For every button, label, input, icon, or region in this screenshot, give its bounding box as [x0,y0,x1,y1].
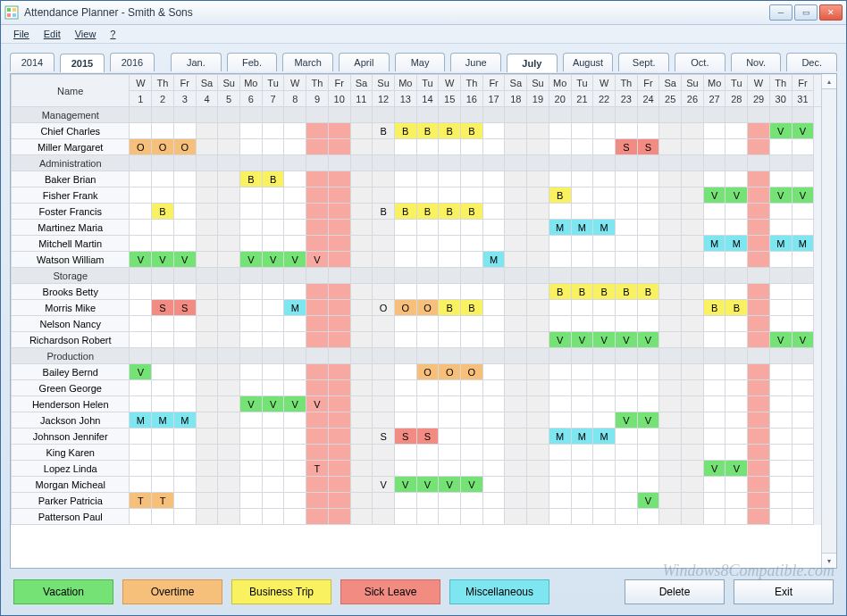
month-tab-march[interactable]: March [282,53,333,71]
day-cell[interactable] [571,412,593,429]
day-cell[interactable] [373,493,395,509]
day-cell[interactable]: O [130,139,152,155]
day-cell[interactable] [439,236,461,252]
day-cell[interactable] [505,445,527,461]
day-cell[interactable] [152,380,174,396]
day-cell[interactable] [748,284,770,300]
day-cell[interactable] [461,236,483,252]
day-cell[interactable] [306,412,329,429]
day-cell[interactable] [196,412,218,429]
day-cell[interactable] [350,171,373,187]
day-cell[interactable] [505,155,527,171]
day-cell[interactable] [703,316,725,332]
day-cell[interactable] [615,429,637,445]
day-cell[interactable] [262,204,284,220]
day-cell[interactable] [682,461,704,477]
day-cell[interactable] [505,380,527,396]
day-cell[interactable] [593,107,616,123]
day-cell[interactable] [130,204,152,220]
day-cell[interactable] [394,461,416,477]
day-cell[interactable] [659,155,682,171]
day-cell[interactable] [549,300,571,316]
day-cell[interactable]: B [416,123,439,139]
day-cell[interactable] [196,316,218,332]
day-cell[interactable] [703,155,725,171]
day-cell[interactable]: V [593,332,616,348]
day-cell[interactable] [571,300,593,316]
day-cell[interactable] [792,204,814,220]
scroll-down-arrow[interactable]: ▾ [822,553,836,568]
day-cell[interactable] [284,316,306,332]
day-cell[interactable] [682,220,704,236]
day-cell[interactable] [682,364,704,380]
day-cell[interactable] [637,187,659,204]
day-cell[interactable] [284,107,306,123]
day-cell[interactable] [394,284,416,300]
day-cell[interactable] [328,268,350,284]
day-cell[interactable] [416,316,439,332]
day-cell[interactable]: V [262,396,284,412]
day-cell[interactable] [394,220,416,236]
day-cell[interactable] [240,236,263,252]
day-cell[interactable] [350,509,373,525]
day-cell[interactable] [173,477,196,493]
day-cell[interactable]: V [240,252,263,268]
day-cell[interactable] [218,332,240,348]
day-cell[interactable] [527,220,549,236]
day-cell[interactable]: V [284,396,306,412]
day-cell[interactable] [682,284,704,300]
day-cell[interactable]: B [439,300,461,316]
day-cell[interactable] [262,429,284,445]
day-cell[interactable] [173,332,196,348]
day-cell[interactable] [571,204,593,220]
day-cell[interactable] [394,139,416,155]
day-cell[interactable] [328,316,350,332]
day-cell[interactable] [373,139,395,155]
day-cell[interactable] [482,461,505,477]
day-cell[interactable] [328,123,350,139]
day-cell[interactable] [196,332,218,348]
day-cell[interactable] [416,268,439,284]
day-cell[interactable] [152,236,174,252]
day-cell[interactable] [615,123,637,139]
day-cell[interactable] [482,139,505,155]
day-cell[interactable] [748,445,770,461]
day-cell[interactable] [615,252,637,268]
day-cell[interactable] [659,509,682,525]
day-cell[interactable] [196,396,218,412]
day-cell[interactable] [549,348,571,364]
day-cell[interactable] [218,123,240,139]
day-cell[interactable] [240,493,263,509]
day-cell[interactable] [218,493,240,509]
day-cell[interactable] [240,348,263,364]
day-cell[interactable]: O [373,300,395,316]
day-cell[interactable] [792,412,814,429]
day-cell[interactable] [549,493,571,509]
day-cell[interactable] [306,220,329,236]
day-cell[interactable] [549,268,571,284]
day-cell[interactable] [549,123,571,139]
month-tab-august[interactable]: August [563,53,614,71]
day-cell[interactable]: V [416,477,439,493]
day-cell[interactable] [439,139,461,155]
day-cell[interactable] [461,139,483,155]
day-cell[interactable] [482,396,505,412]
day-cell[interactable] [196,107,218,123]
day-cell[interactable] [527,364,549,380]
day-cell[interactable] [637,461,659,477]
day-cell[interactable] [373,348,395,364]
day-cell[interactable] [173,445,196,461]
day-cell[interactable] [637,380,659,396]
day-cell[interactable]: V [769,332,792,348]
day-cell[interactable] [328,429,350,445]
day-cell[interactable] [593,300,616,316]
day-cell[interactable] [682,445,704,461]
day-cell[interactable] [769,348,792,364]
day-cell[interactable]: S [152,300,174,316]
day-cell[interactable] [571,107,593,123]
day-cell[interactable] [350,445,373,461]
day-cell[interactable] [748,509,770,525]
day-cell[interactable]: S [373,429,395,445]
day-cell[interactable] [637,429,659,445]
day-cell[interactable] [748,155,770,171]
